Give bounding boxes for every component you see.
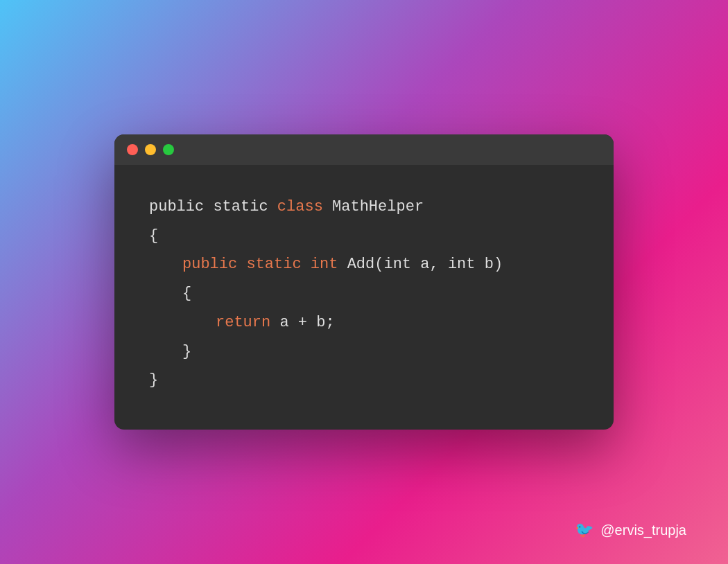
minimize-button-icon[interactable]	[145, 144, 156, 155]
window-titlebar	[114, 134, 614, 165]
classname-mathhelper: MathHelper	[332, 193, 424, 222]
brace-open-inner: {	[182, 279, 191, 308]
twitter-credit: 🐦 @ervis_trupja	[575, 521, 686, 539]
twitter-icon: 🐦	[575, 521, 593, 539]
code-line-4: {	[149, 279, 579, 308]
keyword-int: int	[311, 250, 338, 279]
keyword-static-2: static	[246, 250, 301, 279]
code-line-3: public static int Add (int a, int b)	[149, 250, 579, 279]
code-line-6: }	[149, 337, 579, 367]
close-button-icon[interactable]	[127, 144, 138, 155]
keyword-class: class	[277, 193, 323, 222]
space-2	[323, 193, 332, 222]
code-line-1: public static class MathHelper	[149, 193, 579, 222]
twitter-handle: @ervis_trupja	[600, 522, 686, 538]
brace-close-outer: }	[149, 366, 158, 395]
method-add: Add	[347, 250, 375, 279]
keyword-static-1b: static	[213, 193, 268, 222]
space-6	[270, 308, 279, 337]
code-line-2: {	[149, 222, 579, 251]
code-line-5: return a + b;	[149, 308, 579, 337]
space-3	[237, 250, 246, 279]
keyword-static-1	[204, 193, 213, 222]
return-expression: a + b;	[279, 308, 334, 337]
brace-close-inner: }	[182, 337, 191, 367]
keyword-public-1: public	[149, 193, 204, 222]
brace-open-outer: {	[149, 222, 158, 251]
method-params: (int a, int b)	[374, 250, 503, 279]
code-line-7: }	[149, 366, 579, 395]
space-1	[268, 193, 277, 222]
keyword-public-2: public	[182, 250, 237, 279]
maximize-button-icon[interactable]	[163, 144, 174, 155]
keyword-return: return	[216, 308, 270, 337]
code-body: public static class MathHelper { public …	[114, 165, 614, 430]
space-5	[338, 250, 347, 279]
code-window: public static class MathHelper { public …	[114, 134, 614, 430]
space-4	[302, 250, 311, 279]
